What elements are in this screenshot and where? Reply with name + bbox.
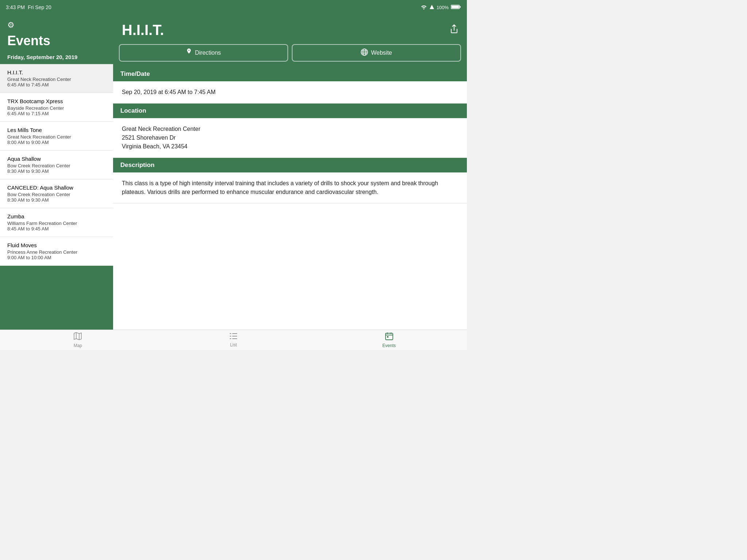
location-header: Location — [113, 104, 467, 118]
main-layout: ⚙ Events Friday, September 20, 2019 H.I.… — [0, 15, 467, 330]
event-name: H.I.I.T. — [7, 69, 106, 75]
event-item[interactable]: Aqua Shallow Bow Creek Recreation Center… — [0, 151, 113, 179]
event-time: 8:30 AM to 9:30 AM — [7, 168, 106, 174]
svg-rect-2 — [452, 5, 459, 8]
description-text: This class is a type of high intensity i… — [122, 179, 458, 197]
tab-list-label: List — [230, 342, 237, 347]
location-line1: Great Neck Recreation Center — [122, 125, 458, 133]
event-time: 8:30 AM to 9:30 AM — [7, 197, 106, 203]
location-content: Great Neck Recreation Center 2521 Shoreh… — [113, 118, 467, 158]
event-venue: Great Neck Recreation Center — [7, 134, 106, 140]
event-list: H.I.I.T. Great Neck Recreation Center 6:… — [0, 64, 113, 266]
event-venue: Great Neck Recreation Center — [7, 77, 106, 82]
event-item[interactable]: TRX Bootcamp Xpress Bayside Recreation C… — [0, 93, 113, 122]
tab-list[interactable]: List — [156, 331, 311, 350]
location-line3: Virginia Beach, VA 23454 — [122, 142, 458, 151]
event-name: Les Mills Tone — [7, 127, 106, 133]
time-date-content: Sep 20, 2019 at 6:45 AM to 7:45 AM — [113, 81, 467, 104]
detail-title: H.I.I.T. — [122, 22, 164, 38]
website-icon — [361, 48, 368, 57]
tab-events[interactable]: Events — [311, 330, 467, 350]
event-name: Fluid Moves — [7, 242, 106, 248]
tab-events-label: Events — [382, 343, 396, 348]
settings-icon[interactable]: ⚙ — [7, 20, 106, 30]
event-name: TRX Bootcamp Xpress — [7, 98, 106, 104]
action-buttons: Directions Website — [113, 44, 467, 67]
status-date: Fri Sep 20 — [28, 4, 51, 10]
status-bar: 3:43 PM Fri Sep 20 100% — [0, 0, 467, 15]
event-item[interactable]: Zumba Williams Farm Recreation Center 8:… — [0, 208, 113, 237]
event-venue: Bow Creek Recreation Center — [7, 163, 106, 168]
battery-icon — [451, 4, 461, 11]
wifi-icon — [421, 4, 427, 11]
events-title: Events — [7, 34, 106, 48]
event-item[interactable]: Fluid Moves Princess Anne Recreation Cen… — [0, 237, 113, 266]
tab-map-label: Map — [74, 343, 82, 348]
event-time: 9:00 AM to 10:00 AM — [7, 255, 106, 260]
left-header: ⚙ Events — [0, 15, 113, 51]
calendar-icon — [385, 332, 393, 342]
time-date-value: Sep 20, 2019 at 6:45 AM to 7:45 AM — [122, 88, 458, 97]
share-button[interactable] — [450, 24, 458, 36]
svg-rect-17 — [386, 333, 393, 340]
events-date: Friday, September 20, 2019 — [0, 51, 113, 64]
time-date-header: Time/Date — [113, 67, 467, 81]
description-content: This class is a type of high intensity i… — [113, 172, 467, 203]
tab-map[interactable]: Map — [0, 330, 156, 350]
event-time: 6:45 AM to 7:45 AM — [7, 82, 106, 88]
website-label: Website — [371, 50, 392, 56]
event-item[interactable]: H.I.I.T. Great Neck Recreation Center 6:… — [0, 64, 113, 93]
left-panel: ⚙ Events Friday, September 20, 2019 H.I.… — [0, 15, 113, 330]
event-venue: Bayside Recreation Center — [7, 105, 106, 111]
directions-label: Directions — [195, 50, 221, 56]
event-name: Aqua Shallow — [7, 156, 106, 162]
location-line2: 2521 Shorehaven Dr — [122, 133, 458, 142]
svg-rect-1 — [460, 6, 461, 8]
event-name: CANCELED: Aqua Shallow — [7, 184, 106, 191]
event-time: 8:45 AM to 9:45 AM — [7, 226, 106, 232]
event-time: 8:00 AM to 9:00 AM — [7, 140, 106, 145]
directions-button[interactable]: Directions — [119, 44, 288, 62]
event-venue: Princess Anne Recreation Center — [7, 249, 106, 255]
directions-icon — [186, 48, 192, 57]
map-icon — [74, 332, 82, 342]
status-left: 3:43 PM Fri Sep 20 — [6, 4, 51, 10]
list-icon — [229, 333, 237, 341]
right-panel: H.I.I.T. Directions — [113, 15, 467, 330]
svg-marker-8 — [74, 332, 81, 340]
event-venue: Bow Creek Recreation Center — [7, 192, 106, 197]
event-name: Zumba — [7, 213, 106, 219]
status-right: 100% — [421, 4, 461, 11]
event-item[interactable]: Les Mills Tone Great Neck Recreation Cen… — [0, 122, 113, 151]
event-item[interactable]: CANCELED: Aqua Shallow Bow Creek Recreat… — [0, 179, 113, 208]
right-header: H.I.I.T. — [113, 15, 467, 44]
svg-rect-21 — [387, 336, 388, 338]
description-header: Description — [113, 158, 467, 172]
website-button[interactable]: Website — [292, 44, 461, 62]
battery-percent: 100% — [437, 5, 449, 10]
status-time: 3:43 PM — [6, 4, 25, 10]
event-venue: Williams Farm Recreation Center — [7, 221, 106, 226]
tab-bar: Map List Events — [0, 330, 467, 350]
signal-icon — [429, 4, 434, 11]
event-time: 6:45 AM to 7:15 AM — [7, 111, 106, 116]
